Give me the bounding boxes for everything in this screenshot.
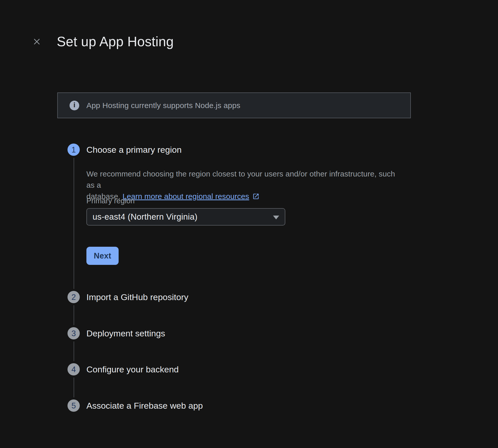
step-4-badge: 4 <box>67 363 80 375</box>
step-3-title: Deployment settings <box>86 327 165 339</box>
step-5-title: Associate a Firebase web app <box>86 399 203 412</box>
description-line-1: We recommend choosing the region closest… <box>86 170 395 189</box>
info-banner: i App Hosting currently supports Node.js… <box>57 92 411 118</box>
chevron-down-icon <box>273 216 279 219</box>
info-icon: i <box>70 101 79 110</box>
info-banner-text: App Hosting currently supports Node.js a… <box>86 101 240 110</box>
next-button[interactable]: Next <box>86 247 119 265</box>
primary-region-value: us-east4 (Northern Virginia) <box>93 212 197 222</box>
step-5-badge: 5 <box>67 399 80 412</box>
step-connector-1 <box>74 158 74 289</box>
step-1-title: Choose a primary region <box>86 144 182 156</box>
step-connector-2 <box>74 305 74 325</box>
step-connector-3 <box>74 341 74 361</box>
step-1-badge: 1 <box>67 144 80 156</box>
primary-region-select[interactable]: us-east4 (Northern Virginia) <box>86 208 285 226</box>
step-4-title: Configure your backend <box>86 363 179 375</box>
close-icon[interactable] <box>31 36 42 47</box>
open-in-new-icon[interactable] <box>252 192 259 203</box>
step-2-badge: 2 <box>67 291 80 303</box>
close-x-glyph <box>32 37 42 46</box>
step-connector-4 <box>74 378 74 397</box>
page-title: Set up App Hosting <box>57 34 174 49</box>
primary-region-label: Primary region <box>86 197 135 205</box>
step-2-title: Import a GitHub repository <box>86 291 188 303</box>
learn-more-link[interactable]: Learn more about regional resources <box>122 192 249 201</box>
step-3-badge: 3 <box>67 327 80 339</box>
